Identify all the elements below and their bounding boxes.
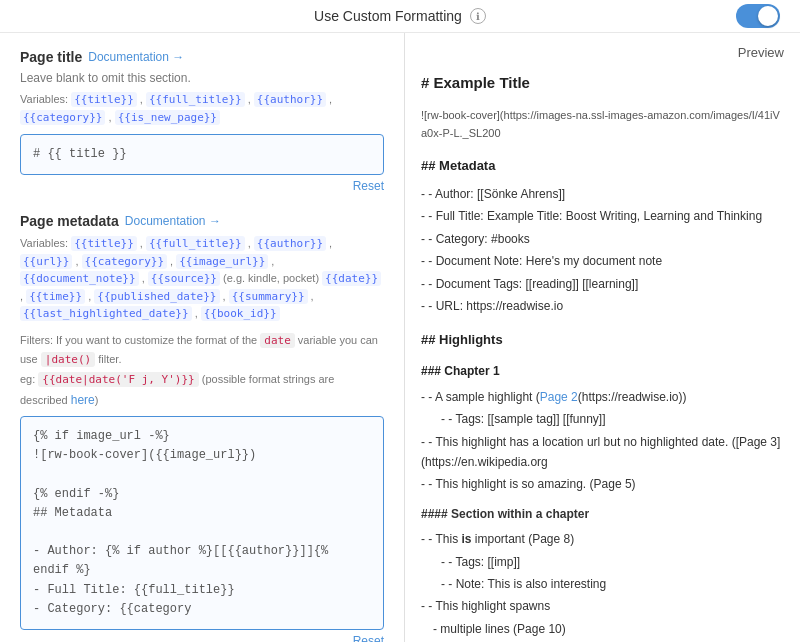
preview-hl3: - This highlight is so amazing. (Page 5)	[421, 473, 784, 495]
var-m-date: {{date}}	[322, 271, 381, 286]
toggle-thumb	[758, 6, 778, 26]
preview-h1: # Example Title	[421, 70, 784, 96]
preview-chapter1: ### Chapter 1	[421, 361, 784, 381]
var-title: {{title}}	[71, 92, 137, 107]
filters-section: Filters: If you want to customize the fo…	[20, 331, 384, 410]
var-m-image-url: {{image_url}}	[176, 254, 268, 269]
toggle-container	[736, 4, 780, 28]
var-category: {{category}}	[20, 110, 105, 125]
preview-hl1: - A sample highlight (Page 2(https://rea…	[421, 386, 784, 408]
preview-section-chapter: #### Section within a chapter	[421, 504, 784, 524]
top-bar: Use Custom Formatting ℹ	[0, 0, 800, 33]
page-metadata-editor[interactable]: {% if image_url -%}![rw-book-cover]({{im…	[20, 416, 384, 630]
preview-url: - URL: https://readwise.io	[421, 295, 784, 317]
preview-full-title: - Full Title: Example Title: Boost Writi…	[421, 205, 784, 227]
top-bar-title: Use Custom Formatting	[314, 8, 462, 24]
var-m-time: {{time}}	[26, 289, 85, 304]
date-filter-inline: |date()	[41, 352, 95, 367]
var-m-published-date: {{published_date}}	[94, 289, 219, 304]
preview-hl4-tags: - Tags: [[imp]]	[421, 551, 784, 573]
preview-image-link: ![rw-book-cover](https://images-na.ssl-i…	[421, 106, 784, 143]
main-layout: Page title Documentation → Leave blank t…	[0, 33, 800, 642]
var-m-document-note: {{document_note}}	[20, 271, 139, 286]
page-metadata-header: Page metadata Documentation →	[20, 213, 384, 229]
info-icon[interactable]: ℹ	[470, 8, 486, 24]
page-title-header: Page title Documentation →	[20, 49, 384, 65]
page-title-doc-link[interactable]: Documentation →	[88, 50, 184, 64]
preview-section-list: - This is important (Page 8) - Tags: [[i…	[421, 528, 784, 642]
preview-hl5: - This highlight spawns	[421, 595, 784, 617]
preview-hl4-note: - Note: This is also interesting	[421, 573, 784, 595]
preview-label: Preview	[421, 45, 784, 60]
preview-hl1-tags: - Tags: [[sample tag]] [[funny]]	[421, 408, 784, 430]
right-panel: Preview # Example Title ![rw-book-cover]…	[405, 33, 800, 642]
preview-metadata-header: ## Metadata	[421, 155, 784, 177]
preview-content: # Example Title ![rw-book-cover](https:/…	[421, 70, 784, 642]
var-m-title: {{title}}	[71, 236, 137, 251]
preview-hl1-link[interactable]: Page 2	[540, 390, 578, 404]
preview-highlights-list: - A sample highlight (Page 2(https://rea…	[421, 386, 784, 496]
var-m-full-title: {{full_title}}	[146, 236, 245, 251]
preview-metadata-list: - Author: [[Sönke Ahrens]] - Full Title:…	[421, 183, 784, 317]
page-title-label: Page title	[20, 49, 82, 65]
page-title-editor[interactable]: # {{ title }}	[20, 134, 384, 175]
preview-author: - Author: [[Sönke Ahrens]]	[421, 183, 784, 205]
var-full-title: {{full_title}}	[146, 92, 245, 107]
page-metadata-doc-link[interactable]: Documentation →	[125, 214, 221, 228]
var-m-last-highlighted: {{last_highlighted_date}}	[20, 306, 192, 321]
var-m-source: {{source}}	[148, 271, 220, 286]
date-var-inline: date	[260, 333, 295, 348]
preview-hl2: - This highlight has a location url but …	[421, 431, 784, 474]
page-title-variables: Variables: {{title}} , {{full_title}} , …	[20, 91, 384, 126]
preview-category: - Category: #books	[421, 228, 784, 250]
page-title-section: Page title Documentation → Leave blank t…	[20, 49, 384, 193]
page-metadata-reset[interactable]: Reset	[20, 634, 384, 642]
custom-formatting-toggle[interactable]	[736, 4, 780, 28]
left-panel: Page title Documentation → Leave blank t…	[0, 33, 405, 642]
page-title-reset[interactable]: Reset	[20, 179, 384, 193]
date-example-inline: {{date|date('F j, Y')}}	[38, 372, 198, 387]
var-m-url: {{url}}	[20, 254, 72, 269]
page-metadata-section: Page metadata Documentation → Variables:…	[20, 213, 384, 642]
var-m-book-id: {{book_id}}	[201, 306, 280, 321]
page-title-desc: Leave blank to omit this section.	[20, 71, 384, 85]
format-strings-link[interactable]: here	[71, 393, 95, 407]
toggle-track	[736, 4, 780, 28]
var-m-summary: {{summary}}	[229, 289, 308, 304]
var-author: {{author}}	[254, 92, 326, 107]
var-is-new-page: {{is_new_page}}	[115, 110, 220, 125]
preview-highlights-header: ## Highlights	[421, 329, 784, 351]
var-m-category: {{category}}	[82, 254, 167, 269]
preview-hl4: - This is important (Page 8)	[421, 528, 784, 550]
preview-doc-tags: - Document Tags: [[reading]] [[learning]…	[421, 273, 784, 295]
var-m-author: {{author}}	[254, 236, 326, 251]
preview-hl5-cont: multiple lines (Page 10)	[421, 618, 784, 640]
page-metadata-variables: Variables: {{title}} , {{full_title}} , …	[20, 235, 384, 323]
page-metadata-label: Page metadata	[20, 213, 119, 229]
preview-doc-note: - Document Note: Here's my document note	[421, 250, 784, 272]
